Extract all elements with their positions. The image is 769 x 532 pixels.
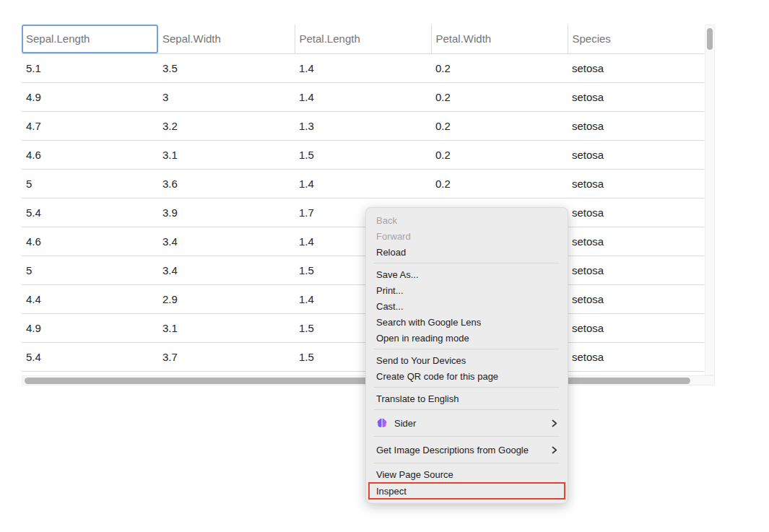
table-cell: 3.5 bbox=[158, 53, 295, 82]
menu-item-save-as[interactable]: Save As... bbox=[366, 266, 568, 282]
menu-item-label: Inspect bbox=[376, 486, 407, 497]
table-cell: setosa bbox=[568, 111, 704, 140]
sider-brain-icon bbox=[376, 417, 388, 429]
submenu-chevron-icon bbox=[552, 446, 557, 454]
menu-item-back: Back bbox=[366, 212, 568, 228]
table-cell: 4.9 bbox=[22, 313, 158, 342]
menu-item-label: Send to Your Devices bbox=[376, 355, 466, 366]
menu-item-print[interactable]: Print... bbox=[366, 282, 568, 298]
table-cell: 4.7 bbox=[22, 111, 158, 140]
table-cell: 1.3 bbox=[295, 111, 431, 140]
column-header-sepal-length[interactable]: Sepal.Length bbox=[22, 25, 158, 53]
table-cell: 5.4 bbox=[22, 342, 158, 371]
column-header-sepal-width[interactable]: Sepal.Width bbox=[158, 25, 295, 53]
column-header-petal-length[interactable]: Petal.Length bbox=[295, 25, 431, 53]
table-cell: 3.1 bbox=[158, 140, 295, 169]
menu-separator bbox=[374, 463, 560, 463]
table-cell: 3.7 bbox=[158, 342, 295, 371]
column-header-species[interactable]: Species bbox=[568, 25, 704, 53]
menu-item-cast[interactable]: Cast... bbox=[366, 298, 568, 314]
menu-item-label: Search with Google Lens bbox=[376, 317, 481, 328]
table-cell: 5.4 bbox=[22, 198, 158, 227]
table-row: 4.63.11.50.2setosa bbox=[22, 140, 704, 169]
table-cell: 1.4 bbox=[295, 53, 431, 82]
menu-separator bbox=[374, 436, 560, 437]
table-cell: 0.2 bbox=[431, 169, 568, 198]
table-cell: setosa bbox=[568, 342, 704, 371]
table-cell: 4.4 bbox=[22, 284, 158, 313]
table-cell: 5 bbox=[22, 169, 158, 198]
menu-item-forward: Forward bbox=[366, 228, 568, 244]
menu-item-label: Cast... bbox=[376, 301, 404, 312]
table-cell: setosa bbox=[568, 313, 704, 342]
table-cell: setosa bbox=[568, 82, 704, 111]
menu-item-label: Save As... bbox=[376, 269, 419, 280]
column-header-petal-width[interactable]: Petal.Width bbox=[431, 25, 568, 53]
vertical-scrollbar[interactable] bbox=[705, 25, 715, 375]
menu-item-create-qr-code-for-this-page[interactable]: Create QR code for this page bbox=[366, 368, 568, 384]
horizontal-scrollbar-thumb[interactable] bbox=[25, 378, 690, 384]
menu-item-label: Sider bbox=[394, 418, 416, 429]
table-cell: setosa bbox=[568, 53, 704, 82]
table-cell: 3 bbox=[158, 82, 295, 111]
table-cell: 4.6 bbox=[22, 227, 158, 256]
menu-item-label: View Page Source bbox=[376, 469, 453, 480]
table-cell: 0.2 bbox=[431, 82, 568, 111]
menu-separator bbox=[374, 409, 560, 410]
table-row: 4.73.21.30.2setosa bbox=[22, 111, 704, 140]
table-cell: setosa bbox=[568, 256, 704, 284]
submenu-chevron-icon bbox=[552, 419, 557, 427]
table-row: 4.63.41.40.3setosa bbox=[22, 227, 704, 256]
table-cell: 3.1 bbox=[158, 313, 295, 342]
menu-item-label: Reload bbox=[376, 247, 406, 258]
menu-item-reload[interactable]: Reload bbox=[366, 244, 568, 260]
table-cell: 3.6 bbox=[158, 169, 295, 198]
menu-item-view-page-source[interactable]: View Page Source bbox=[366, 466, 568, 482]
table-row: 5.43.71.50.2setosa bbox=[22, 342, 704, 371]
table-cell: 3.4 bbox=[158, 227, 295, 256]
table-cell: 5.1 bbox=[22, 53, 158, 82]
table-row: 53.61.40.2setosa bbox=[22, 169, 704, 198]
menu-item-get-image-descriptions-from-google[interactable]: Get Image Descriptions from Google bbox=[366, 440, 568, 460]
iris-table: Sepal.LengthSepal.WidthPetal.LengthPetal… bbox=[22, 25, 704, 372]
menu-item-search-with-google-lens[interactable]: Search with Google Lens bbox=[366, 314, 568, 330]
menu-item-label: Get Image Descriptions from Google bbox=[376, 445, 529, 455]
vertical-scrollbar-thumb[interactable] bbox=[707, 28, 713, 50]
table-cell: setosa bbox=[568, 227, 704, 256]
menu-separator bbox=[374, 387, 560, 388]
table-cell: 4.6 bbox=[22, 140, 158, 169]
menu-item-label: Forward bbox=[376, 231, 411, 242]
menu-item-send-to-your-devices[interactable]: Send to Your Devices bbox=[366, 352, 568, 368]
table-cell: 3.2 bbox=[158, 111, 295, 140]
table-cell: setosa bbox=[568, 140, 704, 169]
table-cell: setosa bbox=[568, 198, 704, 227]
menu-item-label: Create QR code for this page bbox=[376, 371, 498, 382]
menu-item-translate-to-english[interactable]: Translate to English bbox=[366, 391, 568, 406]
table-row: 5.43.91.70.4setosa bbox=[22, 198, 704, 227]
table-row: 4.931.40.2setosa bbox=[22, 82, 704, 111]
menu-item-label: Translate to English bbox=[376, 393, 459, 404]
menu-separator bbox=[374, 263, 560, 263]
menu-item-open-in-reading-mode[interactable]: Open in reading mode bbox=[366, 330, 568, 346]
menu-separator bbox=[374, 349, 560, 349]
table-header-row: Sepal.LengthSepal.WidthPetal.LengthPetal… bbox=[22, 25, 704, 53]
table-cell: 0.2 bbox=[431, 111, 568, 140]
table-cell: 4.9 bbox=[22, 82, 158, 111]
table-cell: 1.4 bbox=[295, 82, 431, 111]
menu-item-inspect[interactable]: Inspect bbox=[368, 482, 565, 500]
table-cell: 1.4 bbox=[295, 169, 431, 198]
table-row: 4.93.11.50.1setosa bbox=[22, 313, 704, 342]
table-cell: 5 bbox=[22, 256, 158, 284]
table-cell: 0.2 bbox=[431, 140, 568, 169]
table-cell: setosa bbox=[568, 284, 704, 313]
context-menu: BackForwardReloadSave As...Print...Cast.… bbox=[365, 207, 568, 504]
table-row: 5.13.51.40.2setosa bbox=[22, 53, 704, 82]
menu-item-label: Back bbox=[376, 215, 397, 226]
table-cell: 2.9 bbox=[158, 284, 295, 313]
table-cell: 0.2 bbox=[431, 53, 568, 82]
table-cell: 1.5 bbox=[295, 140, 431, 169]
menu-item-label: Open in reading mode bbox=[376, 333, 469, 344]
menu-item-sider[interactable]: Sider bbox=[366, 413, 568, 433]
menu-item-label: Print... bbox=[376, 285, 404, 296]
table-cell: 3.9 bbox=[158, 198, 295, 227]
